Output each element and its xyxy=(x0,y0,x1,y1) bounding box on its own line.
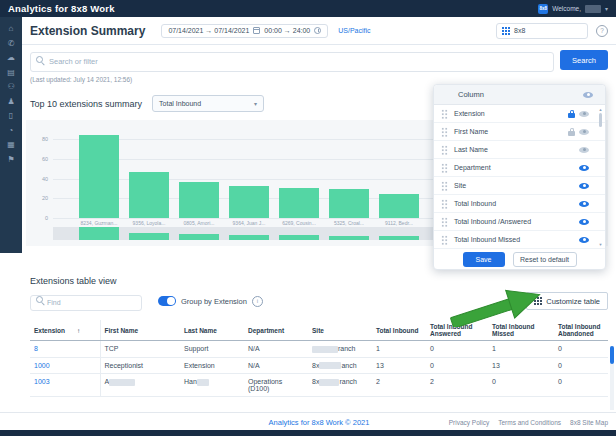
home-icon[interactable]: ⌂ xyxy=(4,24,18,33)
apps-icon[interactable]: ▤ xyxy=(4,68,18,77)
eye-icon[interactable] xyxy=(579,147,589,153)
column-popup-row[interactable]: Department xyxy=(434,159,605,177)
customize-table-button[interactable]: Customize table xyxy=(526,292,608,310)
column-popup-row[interactable]: Total Inbound /Answered xyxy=(434,213,605,231)
chart-bar[interactable] xyxy=(279,188,319,218)
chart-bar[interactable] xyxy=(229,186,269,218)
drag-handle-icon[interactable] xyxy=(441,163,448,173)
column-label: First Name xyxy=(454,128,488,135)
drag-handle-icon[interactable] xyxy=(441,199,448,209)
info-icon[interactable]: i xyxy=(252,296,263,307)
find-input[interactable] xyxy=(30,295,142,311)
drag-handle-icon[interactable] xyxy=(441,145,448,155)
eye-icon[interactable] xyxy=(579,237,589,243)
eye-icon[interactable] xyxy=(579,201,589,207)
column-header[interactable]: Total Inbound Abandoned xyxy=(554,320,608,341)
search-input[interactable] xyxy=(30,52,554,72)
table-section-title: Extensions table view xyxy=(30,276,117,286)
footer: Analytics for 8x8 Work © 2021 Privacy Po… xyxy=(0,412,616,431)
chevron-down-icon: ▾ xyxy=(254,101,257,107)
y-tick-label: 80 xyxy=(26,136,48,142)
table-cell: 8xanch xyxy=(308,357,372,374)
column-header[interactable]: Total Inbound Missed xyxy=(488,320,554,341)
help-icon[interactable]: ? xyxy=(596,25,608,37)
eye-icon[interactable] xyxy=(579,219,589,225)
lock-icon[interactable] xyxy=(568,113,575,118)
extension-link[interactable]: 8 xyxy=(34,345,38,352)
footer-link[interactable]: Terms and Conditions xyxy=(498,419,561,426)
eye-icon[interactable] xyxy=(579,129,589,135)
drag-handle-icon[interactable] xyxy=(441,109,448,119)
scope-selector[interactable]: 8x8 xyxy=(496,23,588,39)
date-range-picker[interactable]: 07/14/2021 → 07/14/2021 00:00 → 24:00 xyxy=(161,24,328,38)
drag-handle-icon[interactable] xyxy=(441,235,448,245)
chart-bar[interactable] xyxy=(329,189,369,218)
column-popup-row[interactable]: Total Inbound Missed xyxy=(434,231,605,249)
flag-icon[interactable]: ⚑ xyxy=(4,155,18,164)
calendar-icon[interactable]: ▦ xyxy=(4,140,18,149)
scrollbar-thumb[interactable] xyxy=(599,113,602,127)
reset-to-default-button[interactable]: Reset to default xyxy=(513,252,577,267)
eye-icon[interactable] xyxy=(579,165,589,171)
account-menu[interactable]: 8x8 Welcome, ▾ xyxy=(538,4,608,14)
redacted-text xyxy=(109,379,135,386)
download-icon[interactable]: ↓ xyxy=(512,296,517,306)
column-header[interactable]: Total Inbound xyxy=(372,320,426,341)
phone-icon[interactable]: ✆ xyxy=(4,39,18,48)
save-button[interactable]: Save xyxy=(463,252,505,267)
chart-bar[interactable] xyxy=(79,135,119,218)
users-icon[interactable]: ⚇ xyxy=(4,82,18,91)
footer-link[interactable]: Privacy Policy xyxy=(449,419,489,426)
drag-handle-icon[interactable] xyxy=(441,127,448,137)
drag-handle-icon[interactable] xyxy=(441,217,448,227)
column-popup-row[interactable]: Total Inbound xyxy=(434,195,605,213)
timezone-link[interactable]: US/Pacific xyxy=(338,27,370,34)
y-tick-label: 40 xyxy=(26,176,48,182)
customize-table-label: Customize table xyxy=(546,297,600,306)
column-header[interactable]: Site xyxy=(308,320,372,341)
group-by-extension-toggle[interactable] xyxy=(158,296,176,306)
navigator-mini-bar xyxy=(229,235,269,240)
extension-link[interactable]: 1000 xyxy=(34,362,50,369)
eye-icon[interactable] xyxy=(583,92,593,98)
column-popup-row[interactable]: Extension xyxy=(434,105,605,123)
user-icon[interactable]: ♟ xyxy=(4,97,18,106)
footer-link[interactable]: 8x8 Site Map xyxy=(570,419,608,426)
chart-bar[interactable] xyxy=(129,172,169,218)
date-range-value: 07/14/2021 → 07/14/2021 xyxy=(168,27,249,34)
redacted-text xyxy=(312,346,338,353)
table-cell: 8xranch xyxy=(308,374,372,397)
cloud-icon[interactable]: ☁ xyxy=(4,53,18,62)
clock-icon[interactable]: ◔ xyxy=(4,126,18,135)
column-popup-header: Column xyxy=(434,85,605,105)
bar-label: 9356, Loyola... xyxy=(124,220,174,226)
extension-link[interactable]: 1003 xyxy=(34,378,50,385)
column-popup-row[interactable]: Last Name xyxy=(434,141,605,159)
scrollbar-thumb[interactable] xyxy=(610,346,614,364)
table-cell: 0 xyxy=(488,374,554,397)
device-icon[interactable]: ▯ xyxy=(4,111,18,120)
bar-label: 9112, Bedr... xyxy=(374,220,424,226)
column-header[interactable]: Total Inbound Answered xyxy=(426,320,488,341)
eye-icon[interactable] xyxy=(579,111,589,117)
column-popup-row[interactable]: First Name xyxy=(434,123,605,141)
table-cell: 2 xyxy=(372,374,426,397)
top-navbar: Analytics for 8x8 Work 8x8 Welcome, ▾ xyxy=(0,0,616,17)
column-popup-row[interactable]: Site xyxy=(434,177,605,195)
scroll-up-icon[interactable]: ▲ xyxy=(599,107,603,112)
column-header[interactable]: Extension↑ xyxy=(30,320,100,341)
drag-handle-icon[interactable] xyxy=(441,181,448,191)
column-header[interactable]: First Name xyxy=(100,320,180,341)
lock-icon[interactable] xyxy=(568,131,575,136)
popup-scrollbar[interactable]: ▲ ▼ xyxy=(598,107,603,247)
time-range-value: 00:00 → 24:00 xyxy=(264,27,310,34)
table-scrollbar[interactable] xyxy=(610,346,614,410)
search-button[interactable]: Search xyxy=(560,50,608,70)
chart-bar[interactable] xyxy=(379,194,419,218)
chart-bar[interactable] xyxy=(179,182,219,218)
column-header[interactable]: Last Name xyxy=(180,320,244,341)
scroll-down-icon[interactable]: ▼ xyxy=(599,242,603,247)
metric-dropdown[interactable]: Total Inbound ▾ xyxy=(152,95,264,112)
eye-icon[interactable] xyxy=(579,183,589,189)
column-header[interactable]: Department xyxy=(244,320,308,341)
